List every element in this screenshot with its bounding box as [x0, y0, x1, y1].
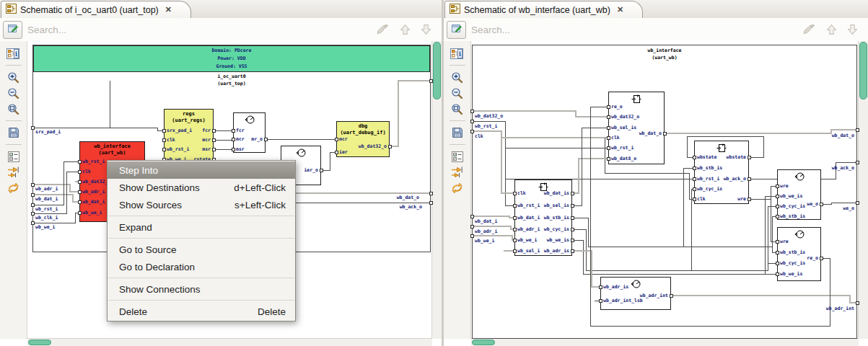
menu-item-label: Show Sources: [119, 200, 182, 210]
menu-item-label: Show Destinations: [119, 182, 200, 193]
toolbar-separator: [450, 120, 465, 121]
vertical-scrollbar-thumb[interactable]: [859, 42, 867, 99]
menu-item-show-sources[interactable]: Show Sourcess+Left-Click: [108, 196, 295, 213]
horizontal-scrollbar[interactable]: [471, 338, 859, 346]
menu-item-shortcut: d+Left-Click: [212, 182, 286, 193]
toolbar-separator: [6, 65, 22, 66]
schematic-toolbar: i: [444, 41, 471, 339]
tab-bar: Schematic of i_oc_uart0 (uart_top) ✕: [0, 0, 442, 19]
search-edit-icon: [7, 23, 19, 37]
close-icon[interactable]: ✕: [165, 5, 172, 14]
zoom-in-button[interactable]: [448, 70, 467, 84]
menu-item-show-connections[interactable]: Show Connections: [108, 280, 295, 298]
menu-item-label: Show Connections: [119, 284, 201, 295]
save-button[interactable]: [4, 125, 23, 140]
menu-separator: [108, 278, 294, 278]
next-match-icon[interactable]: [847, 24, 858, 35]
menu-separator: [108, 216, 294, 216]
toolbar-separator: [450, 144, 465, 145]
svg-text:i: i: [459, 50, 462, 58]
toolbar-separator: [450, 65, 465, 66]
schematic-canvas[interactable]: [471, 41, 858, 339]
search-options-button: [447, 21, 466, 39]
horizontal-scrollbar-thumb[interactable]: [472, 340, 495, 345]
menu-item-shortcut: Delete: [236, 306, 286, 317]
toolbar-separator: [6, 144, 22, 145]
search-options-button[interactable]: [3, 21, 22, 39]
zoom-fit-button[interactable]: [4, 102, 23, 116]
schematic-tab-icon: [450, 4, 460, 17]
tab-title: Schematic of wb_interface (uart_wb): [464, 5, 610, 15]
menu-item-shortcut: s+Left-Click: [213, 200, 286, 210]
swap-contents-button[interactable]: [448, 181, 467, 195]
next-match-icon[interactable]: [421, 24, 431, 35]
menu-separator: [108, 300, 294, 301]
svg-text:i: i: [15, 50, 18, 58]
search-input[interactable]: [470, 24, 802, 36]
horizontal-scrollbar[interactable]: [27, 338, 432, 346]
swap-contents-button[interactable]: [4, 181, 23, 195]
vertical-scrollbar[interactable]: [858, 41, 868, 339]
previous-match-icon[interactable]: [826, 24, 837, 35]
zoom-out-button[interactable]: [4, 86, 23, 100]
schematic-tab-icon: [6, 4, 17, 17]
clear-highlights-icon[interactable]: [802, 25, 816, 35]
close-icon[interactable]: ✕: [617, 5, 623, 14]
menu-item-go-to-source[interactable]: Go to Source: [108, 241, 295, 258]
tab-schematic-uart-wb[interactable]: Schematic of wb_interface (uart_wb) ✕: [444, 1, 643, 18]
menu-item-step-into[interactable]: Step Into: [108, 161, 295, 179]
schematic-info-button[interactable]: i: [448, 46, 467, 61]
menu-item-show-destinations[interactable]: Show Destinationsd+Left-Click: [108, 179, 295, 196]
display-options-button[interactable]: [448, 149, 467, 164]
vertical-scrollbar[interactable]: [431, 41, 442, 339]
trace-signals-button[interactable]: [4, 165, 23, 179]
previous-match-icon[interactable]: [400, 24, 411, 35]
menu-item-expand[interactable]: Expand: [108, 218, 295, 236]
horizontal-scrollbar-thumb[interactable]: [28, 340, 51, 345]
tab-title: Schematic of i_oc_uart0 (uart_top): [20, 5, 159, 15]
menu-item-delete[interactable]: DeleteDelete: [108, 303, 295, 320]
schematic-info-button[interactable]: i: [4, 46, 23, 61]
menu-item-go-to-declaration[interactable]: Go to Declaration: [108, 258, 295, 275]
search-edit-icon: [451, 23, 463, 37]
zoom-out-button[interactable]: [448, 86, 467, 100]
menu-item-label: Delete: [119, 306, 147, 317]
search-input[interactable]: [26, 24, 376, 36]
menu-item-label: Step Into: [119, 165, 158, 176]
editor-pane-right: Schematic of wb_interface (uart_wb) ✕ i: [444, 0, 868, 346]
vertical-scrollbar-thumb[interactable]: [433, 42, 441, 99]
toolbar-separator: [6, 120, 22, 121]
tab-schematic-uart-top[interactable]: Schematic of i_oc_uart0 (uart_top) ✕: [1, 1, 191, 18]
save-button[interactable]: [448, 125, 467, 140]
trace-signals-button[interactable]: [448, 165, 467, 179]
zoom-fit-button[interactable]: [448, 102, 467, 116]
display-options-button[interactable]: [4, 149, 23, 164]
menu-item-label: Expand: [119, 222, 152, 233]
menu-item-label: Go to Source: [119, 244, 177, 255]
context-menu: Step IntoShow Destinationsd+Left-ClickSh…: [107, 160, 296, 321]
menu-separator: [108, 238, 294, 239]
tab-bar: Schematic of wb_interface (uart_wb) ✕: [444, 0, 868, 19]
search-bar: [0, 18, 442, 42]
clear-highlights-icon[interactable]: [376, 25, 390, 35]
schematic-toolbar: i: [0, 41, 27, 339]
zoom-in-button[interactable]: [4, 70, 23, 84]
menu-item-label: Go to Declaration: [119, 262, 195, 272]
search-bar: [444, 18, 868, 42]
